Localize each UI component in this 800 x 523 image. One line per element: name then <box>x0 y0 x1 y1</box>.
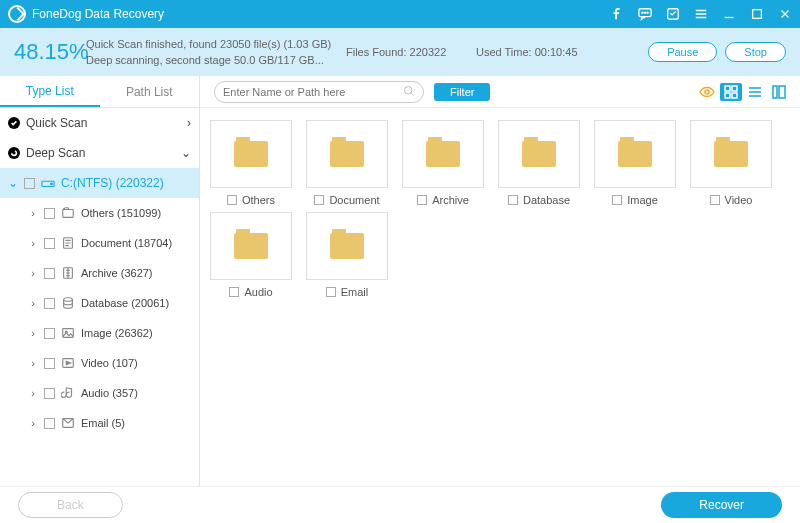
view-switcher <box>696 83 790 101</box>
checkbox[interactable] <box>417 195 427 205</box>
filter-button[interactable]: Filter <box>434 83 490 101</box>
svg-rect-5 <box>753 10 762 19</box>
svg-point-18 <box>705 90 709 94</box>
folder-item[interactable]: Image <box>590 120 680 206</box>
recover-button[interactable]: Recover <box>661 492 782 518</box>
checkbox[interactable] <box>44 208 55 219</box>
tree-drive[interactable]: ⌄ C:(NTFS) (220322) <box>0 168 199 198</box>
folder-item[interactable]: Email <box>302 212 392 298</box>
folder-label: Email <box>341 286 369 298</box>
tab-type-list[interactable]: Type List <box>0 76 100 107</box>
files-found-label: Files Found: <box>346 46 407 58</box>
scan-percent: 48.15% <box>14 39 86 65</box>
maximize-icon[interactable] <box>750 7 764 21</box>
chevron-right-icon: › <box>28 237 38 249</box>
tree-item-label: Archive (3627) <box>81 267 153 279</box>
folder-label: Audio <box>244 286 272 298</box>
svg-rect-22 <box>732 93 737 98</box>
checkbox[interactable] <box>24 178 35 189</box>
checkbox[interactable] <box>612 195 622 205</box>
folder-item[interactable]: Document <box>302 120 392 206</box>
folder-thumbnail <box>306 120 388 188</box>
folder-thumbnail <box>402 120 484 188</box>
folder-item[interactable]: Audio <box>206 212 296 298</box>
tree-item[interactable]: ›Document (18704) <box>0 228 199 258</box>
checkbox[interactable] <box>229 287 239 297</box>
drive-icon <box>41 176 55 190</box>
window-controls <box>610 7 792 21</box>
checkbox[interactable] <box>326 287 336 297</box>
folder-thumbnail <box>690 120 772 188</box>
folder-item[interactable]: Others <box>206 120 296 206</box>
tree-item-label: Audio (357) <box>81 387 138 399</box>
tree-item[interactable]: ›Archive (3627) <box>0 258 199 288</box>
checkbox[interactable] <box>227 195 237 205</box>
chevron-right-icon: › <box>28 297 38 309</box>
checkbox[interactable] <box>44 418 55 429</box>
tab-path-list[interactable]: Path List <box>100 76 200 107</box>
app-logo <box>8 5 26 23</box>
search-icon <box>403 85 415 99</box>
checkbox[interactable] <box>44 328 55 339</box>
category-icon <box>61 236 75 250</box>
tree-quick-scan-label: Quick Scan <box>26 116 87 130</box>
facebook-icon[interactable] <box>610 7 624 21</box>
tree-deep-scan[interactable]: Deep Scan ⌄ <box>0 138 199 168</box>
tree-item-label: Others (151099) <box>81 207 161 219</box>
preview-toggle-icon[interactable] <box>696 83 718 101</box>
register-icon[interactable] <box>666 7 680 21</box>
close-icon[interactable] <box>778 7 792 21</box>
folder-item[interactable]: Video <box>686 120 776 206</box>
svg-point-6 <box>12 151 17 156</box>
chevron-right-icon: › <box>28 417 38 429</box>
checkbox[interactable] <box>44 268 55 279</box>
checkbox[interactable] <box>508 195 518 205</box>
checkbox[interactable] <box>44 388 55 399</box>
svg-rect-19 <box>725 86 730 91</box>
tree-quick-scan[interactable]: Quick Scan › <box>0 108 199 138</box>
svg-rect-13 <box>63 329 74 338</box>
svg-rect-24 <box>779 86 785 98</box>
grid-view-icon[interactable] <box>720 83 742 101</box>
list-view-icon[interactable] <box>744 83 766 101</box>
checkbox[interactable] <box>314 195 324 205</box>
title-bar: FoneDog Data Recovery <box>0 0 800 28</box>
folder-icon <box>714 141 748 167</box>
minimize-icon[interactable] <box>722 7 736 21</box>
search-input[interactable] <box>223 86 403 98</box>
tree-item[interactable]: ›Audio (357) <box>0 378 199 408</box>
tree-item[interactable]: ›Database (20061) <box>0 288 199 318</box>
back-button[interactable]: Back <box>18 492 123 518</box>
tree-item[interactable]: ›Image (26362) <box>0 318 199 348</box>
folder-item[interactable]: Database <box>494 120 584 206</box>
pause-button[interactable]: Pause <box>648 42 717 62</box>
folder-item[interactable]: Archive <box>398 120 488 206</box>
sidebar-tabs: Type List Path List <box>0 76 199 108</box>
detail-view-icon[interactable] <box>768 83 790 101</box>
folder-thumbnail <box>210 212 292 280</box>
tree-item[interactable]: ›Video (107) <box>0 348 199 378</box>
feedback-icon[interactable] <box>638 7 652 21</box>
menu-icon[interactable] <box>694 7 708 21</box>
folder-icon <box>234 233 268 259</box>
checkbox[interactable] <box>44 238 55 249</box>
checkbox[interactable] <box>44 298 55 309</box>
search-box[interactable] <box>214 81 424 103</box>
footer: Back Recover <box>0 486 800 523</box>
scan-line2: Deep scanning, second stage 50.0 GB/117 … <box>86 52 346 69</box>
folder-thumbnail <box>594 120 676 188</box>
chevron-right-icon: › <box>28 207 38 219</box>
content: Filter OthersDocumentArchiveDatabaseImag… <box>200 76 800 486</box>
svg-rect-20 <box>732 86 737 91</box>
category-icon <box>61 326 75 340</box>
checkbox[interactable] <box>710 195 720 205</box>
chevron-right-icon: › <box>28 327 38 339</box>
folder-thumbnail <box>306 212 388 280</box>
svg-rect-23 <box>773 86 777 98</box>
stop-button[interactable]: Stop <box>725 42 786 62</box>
tree-item[interactable]: ›Others (151099) <box>0 198 199 228</box>
folder-thumbnail <box>210 120 292 188</box>
folder-icon <box>330 233 364 259</box>
tree-item[interactable]: ›Email (5) <box>0 408 199 438</box>
checkbox[interactable] <box>44 358 55 369</box>
